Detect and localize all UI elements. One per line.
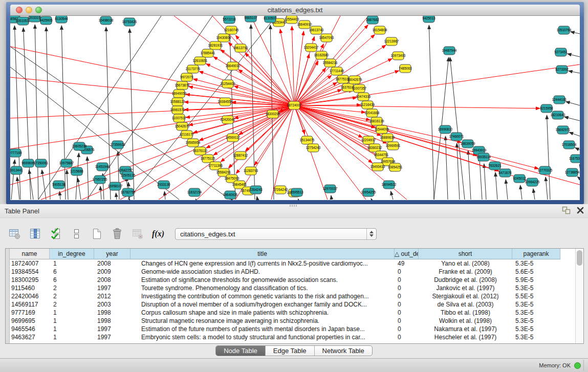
panel-splitter-grip[interactable]: [290, 205, 298, 207]
table-mode-icon[interactable]: [8, 227, 21, 240]
graph-node[interactable]: 16990810: [438, 125, 453, 134]
graph-node[interactable]: 18281931: [208, 41, 223, 50]
graph-node[interactable]: 19487944: [442, 47, 457, 55]
graph-node[interactable]: 15692971: [556, 126, 571, 134]
graph-node[interactable]: 16935114: [476, 153, 491, 161]
graph-node[interactable]: 8595513: [290, 188, 303, 196]
graph-node[interactable]: 12610651: [193, 57, 208, 65]
network-canvas[interactable]: 1872400712160745104308041828193117885441…: [10, 16, 580, 200]
column-header-in_degree[interactable]: in_degree: [50, 249, 94, 259]
column-header-year[interactable]: year: [94, 249, 130, 259]
graph-node[interactable]: 12887412: [233, 151, 248, 160]
graph-node[interactable]: 8471676: [498, 169, 512, 177]
graph-node[interactable]: 9425013: [422, 16, 435, 23]
graph-node[interactable]: 16376110: [193, 147, 208, 155]
graph-node[interactable]: 15584216: [323, 59, 338, 67]
graph-node[interactable]: 17460071: [449, 133, 464, 141]
graph-node[interactable]: 16889639: [380, 134, 395, 142]
citation-network-graph[interactable]: 1872400712160745104308041828193117885441…: [10, 16, 580, 200]
graph-node[interactable]: 16042679: [347, 76, 362, 84]
graph-node[interactable]: 16649010: [226, 62, 241, 70]
graph-node[interactable]: 10975887: [59, 159, 74, 167]
graph-node[interactable]: 17359928: [111, 141, 125, 149]
graph-node[interactable]: 9777169: [10, 149, 22, 157]
graph-node[interactable]: 19640926: [223, 191, 238, 199]
graph-node[interactable]: 16154808: [373, 26, 387, 34]
graph-node[interactable]: 13204417: [304, 43, 319, 52]
graph-node[interactable]: 10474316: [356, 93, 371, 101]
delete-column-icon[interactable]: [111, 227, 124, 240]
table-row[interactable]: 1938455462009Genome-wide association stu…: [10, 268, 575, 276]
table-row[interactable]: 911546021997Tourette syndrome. Phenomeno…: [10, 284, 575, 292]
graph-node[interactable]: 15042679: [175, 122, 190, 130]
graph-node[interactable]: 12160745: [224, 26, 239, 34]
graph-node[interactable]: 22041668: [365, 109, 380, 117]
graph-node[interactable]: 11832154: [187, 188, 202, 196]
graph-node[interactable]: 16961570: [170, 106, 185, 114]
graph-node[interactable]: 16640910: [297, 20, 312, 29]
graph-node[interactable]: 18949059: [172, 90, 187, 98]
graph-node[interactable]: 10498038: [99, 16, 114, 25]
graph-node[interactable]: 12444181: [552, 96, 567, 104]
graph-node[interactable]: 16816139: [369, 117, 384, 125]
graph-node[interactable]: 10854251: [388, 163, 403, 171]
graph-node[interactable]: 16753426: [122, 18, 137, 26]
close-panel-icon[interactable]: [577, 207, 584, 214]
tab-edge-table[interactable]: Edge Table: [266, 346, 315, 356]
graph-node[interactable]: 3913441: [10, 166, 23, 174]
graph-node[interactable]: 10430804: [216, 34, 231, 42]
graph-node[interactable]: 11007537: [172, 114, 187, 122]
graph-node[interactable]: 11544095: [375, 125, 389, 134]
graph-node[interactable]: 2887682: [366, 16, 379, 24]
scrollbar-thumb[interactable]: [577, 250, 582, 266]
graph-node[interactable]: 5905138: [52, 181, 66, 189]
graph-node[interactable]: 12770325: [538, 166, 553, 174]
graph-node[interactable]: 15493413: [371, 163, 385, 171]
graph-node[interactable]: 9865107: [244, 16, 257, 22]
graph-node[interactable]: 12754243: [306, 144, 321, 152]
graph-node[interactable]: 15134475: [300, 136, 315, 144]
graph-node[interactable]: 11007357: [352, 84, 367, 93]
graph-node[interactable]: 19613793: [233, 44, 248, 52]
graph-node[interactable]: 12204917: [361, 136, 376, 144]
float-window-icon[interactable]: [562, 206, 571, 214]
select-all-icon[interactable]: [49, 227, 62, 240]
graph-node[interactable]: 12970037: [323, 185, 338, 193]
graph-node[interactable]: 11675319: [569, 155, 580, 163]
graph-node[interactable]: 8130544: [55, 16, 68, 23]
graph-node[interactable]: 18547093: [319, 34, 334, 42]
graph-node[interactable]: 12505135: [121, 171, 136, 180]
graph-node[interactable]: 18094522: [382, 181, 397, 189]
graph-node[interactable]: 19565954: [186, 139, 201, 147]
graph-node[interactable]: 10954255: [361, 188, 376, 196]
table-row[interactable]: 946362711997Embryonic stem cells: a mode…: [10, 333, 575, 341]
show-column-icon[interactable]: [29, 227, 42, 240]
window-minimize-button[interactable]: [26, 7, 32, 13]
graph-node[interactable]: 21254403: [221, 80, 235, 88]
graph-node[interactable]: 9425905: [39, 16, 53, 25]
graph-node[interactable]: 16782759: [121, 188, 136, 196]
column-header-title[interactable]: title: [130, 249, 395, 259]
table-source-dropdown[interactable]: citations_edges.txt: [175, 228, 377, 240]
graph-node[interactable]: 18210643: [551, 111, 565, 119]
column-header-name[interactable]: name: [10, 249, 50, 259]
graph-node[interactable]: 17350061: [34, 159, 49, 167]
graph-node[interactable]: 14569117: [226, 134, 241, 142]
table-row[interactable]: 946554611997Estimation of the future num…: [10, 325, 575, 333]
graph-node[interactable]: 18839059: [461, 140, 475, 148]
graph-node[interactable]: 8273392: [555, 65, 569, 74]
create-column-icon[interactable]: [90, 227, 103, 240]
graph-node[interactable]: 18724007: [287, 101, 302, 110]
graph-node[interactable]: 8215958: [540, 104, 553, 113]
graph-node[interactable]: 18300295: [266, 110, 280, 118]
graph-node[interactable]: 17711449: [330, 67, 344, 75]
graph-node[interactable]: 8130507: [264, 16, 277, 23]
graph-node[interactable]: 16162680: [314, 51, 329, 59]
graph-node[interactable]: 9972079: [180, 73, 193, 81]
window-titlebar[interactable]: citations_edges.txt: [10, 5, 580, 16]
graph-node[interactable]: 15673878: [175, 81, 190, 90]
graph-node[interactable]: 11283793: [244, 167, 258, 175]
column-header-short[interactable]: short: [419, 249, 512, 259]
graph-node[interactable]: 9273451: [554, 48, 568, 56]
table-row[interactable]: 977716911998Corpus callosum shape and si…: [10, 309, 575, 317]
